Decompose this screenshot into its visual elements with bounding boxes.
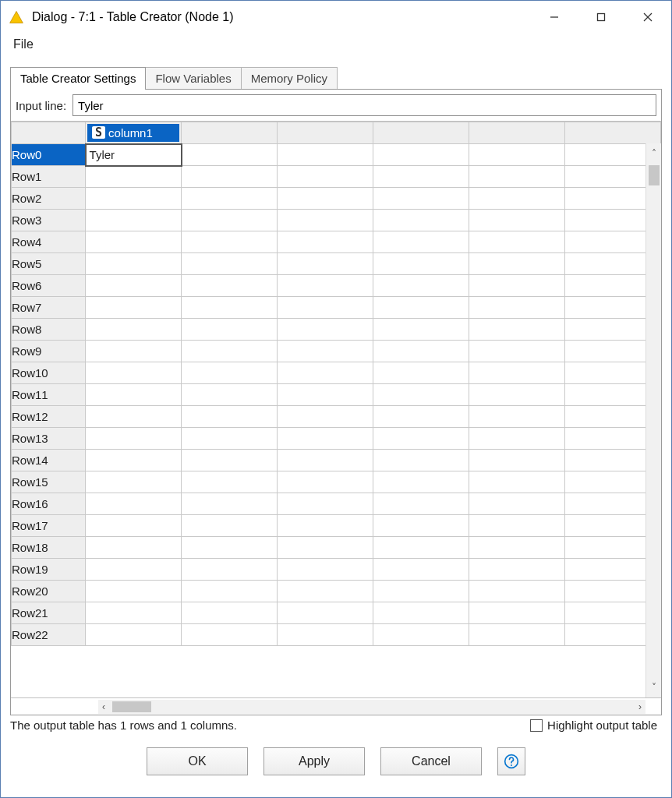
row-header-cell[interactable]: Row13 — [12, 428, 86, 450]
row-header-cell[interactable]: Row3 — [12, 210, 86, 231]
data-cell[interactable] — [278, 319, 373, 341]
data-cell[interactable] — [469, 319, 565, 341]
data-cell[interactable] — [373, 210, 469, 231]
data-cell[interactable] — [182, 362, 278, 384]
row-header-cell[interactable]: Row1 — [12, 166, 86, 188]
data-cell[interactable] — [278, 341, 373, 362]
data-cell[interactable] — [182, 166, 278, 188]
data-cell[interactable] — [373, 471, 469, 493]
scroll-left-icon[interactable]: ‹ — [98, 701, 109, 712]
row-header-cell[interactable]: Row0 — [12, 144, 86, 166]
data-cell[interactable] — [86, 559, 182, 581]
data-cell[interactable] — [373, 319, 469, 341]
tab-table-creator-settings[interactable]: Table Creator Settings — [10, 67, 146, 90]
row-header-cell[interactable]: Row8 — [12, 319, 86, 341]
data-cell[interactable] — [86, 210, 182, 231]
data-cell[interactable] — [278, 471, 373, 493]
data-cell[interactable] — [86, 602, 182, 624]
data-cell[interactable] — [373, 362, 469, 384]
data-cell[interactable] — [278, 275, 373, 297]
vertical-scroll-thumb[interactable] — [649, 165, 660, 185]
data-cell[interactable] — [278, 537, 373, 559]
input-line-field[interactable] — [73, 94, 656, 116]
ok-button[interactable]: OK — [147, 747, 248, 775]
data-cell[interactable] — [86, 537, 182, 559]
data-cell[interactable] — [182, 319, 278, 341]
data-cell[interactable] — [278, 515, 373, 537]
data-cell[interactable] — [182, 384, 278, 406]
data-cell[interactable] — [182, 188, 278, 210]
row-header-cell[interactable]: Row4 — [12, 231, 86, 253]
data-cell[interactable] — [469, 450, 565, 471]
data-cell[interactable] — [278, 406, 373, 428]
data-cell[interactable] — [278, 493, 373, 515]
data-cell[interactable] — [469, 624, 565, 646]
data-cell[interactable] — [86, 362, 182, 384]
minimize-button[interactable] — [531, 1, 578, 34]
row-header-cell[interactable]: Row19 — [12, 559, 86, 581]
data-cell[interactable] — [86, 231, 182, 253]
data-cell[interactable] — [86, 581, 182, 602]
data-cell[interactable] — [182, 253, 278, 275]
data-cell[interactable] — [469, 537, 565, 559]
data-cell[interactable] — [86, 253, 182, 275]
data-cell[interactable] — [373, 384, 469, 406]
row-header-cell[interactable]: Row10 — [12, 362, 86, 384]
data-cell[interactable] — [278, 231, 373, 253]
data-cell[interactable] — [278, 188, 373, 210]
data-cell[interactable] — [86, 275, 182, 297]
data-cell[interactable] — [373, 231, 469, 253]
apply-button[interactable]: Apply — [263, 747, 365, 775]
data-cell[interactable] — [469, 471, 565, 493]
data-cell[interactable] — [278, 559, 373, 581]
data-cell[interactable] — [86, 493, 182, 515]
vertical-scrollbar[interactable]: ˄ ˅ — [645, 143, 661, 697]
data-cell[interactable] — [86, 166, 182, 188]
data-cell[interactable] — [469, 231, 565, 253]
column-header-empty[interactable] — [565, 122, 661, 144]
data-cell[interactable] — [469, 384, 565, 406]
data-cell[interactable] — [469, 253, 565, 275]
data-cell[interactable] — [278, 624, 373, 646]
data-cell[interactable] — [278, 210, 373, 231]
data-cell[interactable] — [182, 210, 278, 231]
help-button[interactable] — [497, 747, 525, 775]
data-cell[interactable] — [373, 275, 469, 297]
row-header-cell[interactable]: Row18 — [12, 537, 86, 559]
data-cell[interactable] — [182, 559, 278, 581]
data-cell[interactable] — [469, 406, 565, 428]
data-cell[interactable] — [278, 581, 373, 602]
data-cell[interactable] — [182, 341, 278, 362]
row-header-cell[interactable]: Row21 — [12, 602, 86, 624]
data-cell[interactable] — [278, 602, 373, 624]
data-cell[interactable] — [373, 537, 469, 559]
data-cell[interactable] — [469, 602, 565, 624]
data-cell[interactable] — [182, 471, 278, 493]
data-cell[interactable] — [469, 188, 565, 210]
row-header-cell[interactable]: Row15 — [12, 471, 86, 493]
data-cell[interactable] — [469, 297, 565, 319]
data-cell[interactable] — [469, 166, 565, 188]
row-header-cell[interactable]: Row14 — [12, 450, 86, 471]
data-cell[interactable] — [373, 253, 469, 275]
data-cell[interactable] — [469, 559, 565, 581]
data-cell[interactable]: Tyler — [86, 144, 182, 166]
data-cell[interactable] — [182, 624, 278, 646]
row-header-cell[interactable]: Row17 — [12, 515, 86, 537]
data-cell[interactable] — [182, 231, 278, 253]
close-button[interactable] — [624, 1, 671, 34]
data-cell[interactable] — [469, 210, 565, 231]
column-header-empty[interactable] — [373, 122, 469, 144]
data-cell[interactable] — [86, 450, 182, 471]
data-cell[interactable] — [182, 428, 278, 450]
data-cell[interactable] — [469, 341, 565, 362]
data-cell[interactable] — [373, 450, 469, 471]
column-header-column1[interactable]: S column1 — [86, 122, 182, 144]
data-cell[interactable] — [182, 297, 278, 319]
data-cell[interactable] — [469, 275, 565, 297]
row-header-cell[interactable]: Row20 — [12, 581, 86, 602]
data-cell[interactable] — [86, 297, 182, 319]
data-cell[interactable] — [86, 319, 182, 341]
data-cell[interactable] — [182, 450, 278, 471]
data-cell[interactable] — [182, 406, 278, 428]
